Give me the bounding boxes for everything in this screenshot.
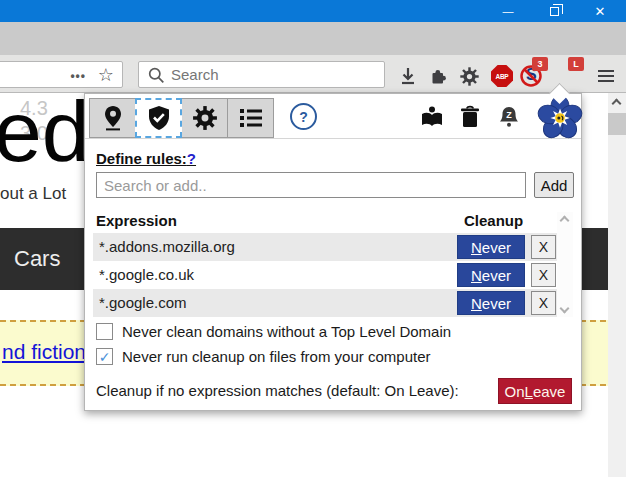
blocked-count-badge: 3 [532, 57, 548, 71]
manual-book-icon[interactable] [419, 104, 445, 130]
browser-window: — ✕ ••• ☆ ABP S [0, 0, 626, 477]
minimize-button[interactable]: — [492, 0, 524, 22]
check-icon: ✓ [99, 349, 111, 365]
forget-me-not-popup: ? Z [84, 93, 582, 411]
table-row: *.addons.mozilla.org Never X [93, 233, 557, 261]
gear-icon[interactable] [457, 64, 481, 88]
tab-log[interactable] [227, 98, 274, 138]
cleanup-type-button[interactable]: Never [457, 263, 525, 287]
minimize-icon: — [503, 5, 514, 17]
trash-icon[interactable] [457, 104, 483, 130]
add-button[interactable]: Add [534, 172, 574, 198]
restore-icon [550, 7, 559, 16]
window-titlebar: — ✕ [0, 0, 626, 22]
table-row: *.google.co.uk Never X [93, 261, 557, 289]
snooze-bell-icon[interactable]: Z [496, 104, 522, 130]
close-icon: ✕ [595, 4, 606, 19]
checkbox-no-tld[interactable] [96, 323, 113, 340]
adblock-abp-icon[interactable]: ABP [490, 64, 514, 88]
remove-rule-button[interactable]: X [531, 291, 556, 315]
define-rules-title: Define rules:? [96, 150, 196, 167]
tab-rules[interactable] [135, 98, 182, 138]
fallback-cleanup-button[interactable]: On Leave [498, 378, 572, 404]
background-headline-fragment: ed [0, 88, 90, 174]
background-tagline-fragment: out a Lot [0, 184, 66, 204]
background-nav-item-cars[interactable]: Cars [14, 246, 60, 272]
scroll-up-icon[interactable] [612, 99, 622, 109]
checkbox-label: Never clean domains without a Top Level … [122, 323, 451, 340]
close-button[interactable]: ✕ [584, 0, 616, 22]
list-icon [238, 106, 264, 130]
column-header-cleanup: Cleanup [464, 212, 523, 229]
browser-tabstrip [0, 22, 626, 55]
search-input[interactable] [171, 63, 376, 86]
table-scrollbar[interactable] [557, 212, 573, 317]
cleanup-type-button[interactable]: Never [457, 291, 525, 315]
page-actions-icon[interactable]: ••• [70, 69, 86, 83]
svg-text:Z: Z [506, 110, 512, 120]
search-icon [148, 67, 165, 84]
shield-check-icon [147, 105, 171, 131]
checkbox-local-files[interactable]: ✓ [96, 348, 113, 365]
menu-hamburger-icon[interactable] [594, 64, 618, 88]
expression-cell: *.addons.mozilla.org [99, 238, 235, 255]
tab-current-domain[interactable] [89, 98, 136, 138]
restore-button[interactable] [538, 0, 570, 22]
cleaner-letter-badge: L [568, 57, 584, 71]
download-icon[interactable] [396, 64, 420, 88]
page-scrollbar[interactable] [608, 93, 626, 477]
browser-toolbar: ••• ☆ ABP S 3 [0, 55, 626, 93]
remove-rule-button[interactable]: X [531, 235, 556, 259]
location-pin-icon [101, 105, 125, 131]
search-bar[interactable] [138, 61, 385, 88]
table-row: *.google.com Never X [93, 289, 557, 317]
expression-cell: *.google.com [99, 294, 187, 311]
tab-settings[interactable] [181, 98, 228, 138]
cleanup-type-button[interactable]: Never [457, 235, 525, 259]
help-icon: ? [299, 109, 308, 125]
scrollbar-thumb[interactable] [608, 113, 626, 135]
background-link-fragment[interactable]: nd fiction [2, 340, 86, 364]
option-row-local-files: ✓ Never run cleanup on files from your c… [96, 348, 430, 365]
option-row-tld: Never clean domains without a Top Level … [96, 323, 451, 340]
help-button[interactable]: ? [290, 103, 317, 130]
column-header-expression: Expression [96, 212, 177, 229]
checkbox-label: Never run cleanup on files from your com… [122, 348, 430, 365]
gear-icon [192, 105, 218, 131]
table-scroll-down-icon[interactable] [560, 304, 570, 314]
rules-help-link[interactable]: ? [187, 150, 196, 167]
rules-table: *.addons.mozilla.org Never X *.google.co… [93, 233, 557, 317]
table-scroll-up-icon[interactable] [560, 216, 570, 226]
rule-search-input[interactable] [96, 172, 526, 198]
fallback-cleanup-label: Cleanup if no expression matches (defaul… [96, 382, 459, 399]
remove-rule-button[interactable]: X [531, 263, 556, 287]
extension-puzzle-icon[interactable] [426, 64, 450, 88]
bookmark-star-icon[interactable]: ☆ [98, 64, 114, 85]
popup-header: ? Z [85, 94, 581, 139]
expression-cell: *.google.co.uk [99, 266, 194, 283]
